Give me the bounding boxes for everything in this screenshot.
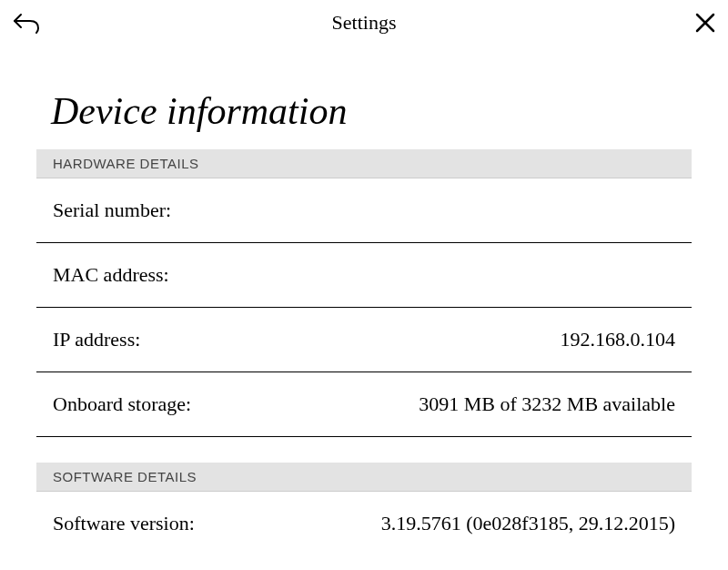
storage-value: 3091 MB of 3232 MB available — [419, 392, 675, 416]
serial-number-row: Serial number: — [36, 178, 692, 243]
software-version-value: 3.19.5761 (0e028f3185, 29.12.2015) — [381, 512, 675, 535]
back-icon[interactable] — [13, 11, 40, 38]
storage-row: Onboard storage: 3091 MB of 3232 MB avai… — [36, 372, 692, 437]
software-version-row: Software version: 3.19.5761 (0e028f3185,… — [36, 492, 692, 555]
mac-address-label: MAC address: — [53, 263, 169, 287]
ip-address-value: 192.168.0.104 — [561, 328, 676, 351]
header-bar: Settings — [0, 0, 728, 46]
mac-address-row: MAC address: — [36, 243, 692, 308]
ip-address-label: IP address: — [53, 328, 140, 351]
close-icon[interactable] — [695, 13, 715, 36]
section-spacer — [36, 437, 692, 463]
storage-label: Onboard storage: — [53, 392, 191, 416]
software-version-label: Software version: — [53, 512, 195, 535]
software-section-header: SOFTWARE DETAILS — [36, 463, 692, 492]
hardware-section-header: HARDWARE DETAILS — [36, 149, 692, 178]
header-title: Settings — [332, 11, 397, 35]
content: Device information HARDWARE DETAILS Seri… — [0, 89, 728, 555]
page-title: Device information — [36, 89, 692, 133]
ip-address-row: IP address: 192.168.0.104 — [36, 308, 692, 372]
serial-number-label: Serial number: — [53, 198, 171, 222]
